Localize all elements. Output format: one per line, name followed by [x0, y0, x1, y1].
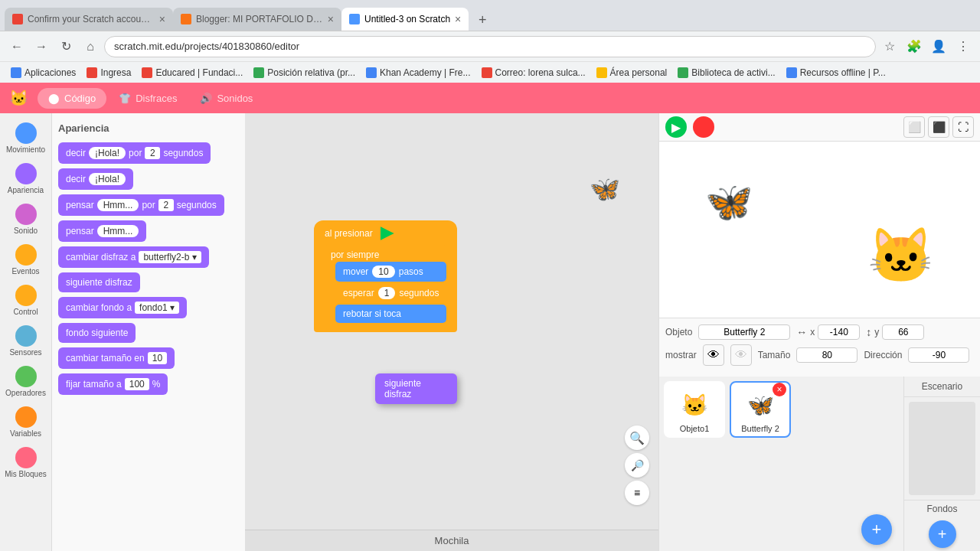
- loop-label: por siempre: [325, 248, 446, 262]
- category-sensores[interactable]: Sensores: [2, 322, 51, 360]
- block-say-seconds[interactable]: decir ¡Hola! por 2 segundos: [58, 142, 211, 164]
- sprite-delete-butterfly2[interactable]: ×: [773, 383, 786, 396]
- block-esperar-arg[interactable]: 1: [378, 287, 396, 299]
- dragging-block-siguiente-disfraz[interactable]: siguiente disfraz: [375, 373, 457, 404]
- sprite-name-input[interactable]: [698, 324, 790, 340]
- tab-2[interactable]: Blogger: MI PORTAFOLIO DIGITA... ×: [173, 8, 341, 31]
- block-backdrop-arg1[interactable]: fondo1 ▾: [135, 302, 179, 314]
- block-think-seconds-arg1[interactable]: Hmm...: [97, 199, 139, 211]
- profile-button[interactable]: 👤: [928, 36, 949, 57]
- block-mover-arg[interactable]: 10: [372, 266, 394, 278]
- tab-sonidos[interactable]: 🔊 Sonidos: [189, 88, 263, 109]
- tab-1[interactable]: Confirm your Scratch account -... ×: [5, 8, 173, 31]
- show-button[interactable]: 👁: [703, 344, 724, 366]
- add-backdrop-button[interactable]: +: [929, 520, 956, 548]
- block-think-arg1[interactable]: Hmm...: [97, 225, 139, 237]
- menu-button[interactable]: ⋮: [952, 36, 974, 57]
- fit-button[interactable]: ≡: [625, 481, 649, 505]
- tab-codigo[interactable]: ⬤ Código: [38, 88, 106, 109]
- block-say-seconds-text: decir: [66, 148, 86, 158]
- green-flag-button[interactable]: ▶: [665, 116, 687, 138]
- tab-1-close[interactable]: ×: [159, 13, 165, 25]
- block-say[interactable]: decir ¡Hola!: [58, 168, 133, 190]
- block-change-size[interactable]: cambiar tamaño en 10: [58, 347, 175, 369]
- hat-block[interactable]: al presionar por siempre mover: [314, 220, 457, 332]
- mochila-bar[interactable]: Mochila: [245, 530, 658, 551]
- block-mover[interactable]: mover 10 pasos: [335, 262, 446, 282]
- stop-button[interactable]: [693, 116, 714, 138]
- new-tab-button[interactable]: +: [472, 9, 493, 31]
- bookmark-area[interactable]: Área personal: [592, 66, 672, 80]
- bookmarks-star-button[interactable]: ☆: [879, 36, 900, 57]
- block-think-seconds-arg2[interactable]: 2: [158, 199, 174, 211]
- hide-button[interactable]: 👁: [730, 344, 752, 366]
- block-say-seconds-suffix: segundos: [163, 148, 203, 158]
- block-think-seconds[interactable]: pensar Hmm... por 2 segundos: [58, 194, 224, 216]
- tab-disfraces[interactable]: 👕 Disfraces: [108, 88, 188, 109]
- bookmark-educared[interactable]: Educared | Fundaci...: [137, 66, 247, 80]
- bookmark-area-label: Área personal: [610, 67, 668, 78]
- bookmark-ingresa[interactable]: Ingresa: [82, 66, 136, 80]
- bookmark-correo[interactable]: Correo: lorena sulca...: [477, 66, 590, 80]
- bookmark-posicion[interactable]: Posición relativa (pr...: [249, 66, 360, 80]
- reload-button[interactable]: ↻: [55, 36, 77, 57]
- category-control[interactable]: Control: [2, 282, 51, 319]
- block-say-arg1[interactable]: ¡Hola!: [89, 173, 126, 185]
- coord-x: ↔ x: [796, 324, 860, 340]
- normal-stage-button[interactable]: ⬛: [928, 116, 949, 138]
- bookmark-recursos[interactable]: Recursos offline | P...: [782, 66, 890, 80]
- sprites-section: 🐱 Objeto1 🦋 × Butterfly 2: [659, 377, 980, 551]
- address-bar[interactable]: scratch.mit.edu/projects/401830860/edito…: [104, 36, 876, 57]
- block-think[interactable]: pensar Hmm...: [58, 220, 146, 242]
- block-rebotar[interactable]: rebotar si toca: [335, 305, 446, 323]
- stage-butterfly-sprite: 🦋: [705, 180, 753, 224]
- block-backdrop[interactable]: cambiar fondo a fondo1 ▾: [58, 297, 187, 318]
- x-input[interactable]: [818, 324, 860, 340]
- block-think-text: pensar: [66, 226, 94, 236]
- block-costume[interactable]: cambiar disfraz a butterfly2-b ▾: [58, 246, 209, 268]
- category-eventos[interactable]: Eventos: [2, 241, 51, 279]
- category-operadores[interactable]: Operadores: [2, 363, 51, 400]
- home-button[interactable]: ⌂: [80, 36, 101, 57]
- extensions-button[interactable]: 🧩: [903, 36, 925, 57]
- zoom-out-button[interactable]: 🔎: [625, 453, 649, 478]
- props-row-visibility: mostrar 👁 👁 Tamaño Dirección: [665, 344, 974, 366]
- sprite-item-objeto1[interactable]: 🐱 Objeto1: [664, 381, 725, 438]
- category-movimiento[interactable]: Movimiento: [2, 119, 51, 157]
- tab-3-close[interactable]: ×: [455, 13, 461, 25]
- forward-button[interactable]: →: [31, 36, 52, 57]
- block-say-seconds-arg2[interactable]: 2: [145, 147, 160, 159]
- bookmark-biblioteca[interactable]: Biblioteca de activi...: [673, 66, 779, 80]
- add-sprite-button[interactable]: +: [861, 514, 892, 545]
- zoom-in-button[interactable]: 🔍: [625, 425, 649, 450]
- y-input[interactable]: [882, 324, 924, 340]
- sprite-item-butterfly2[interactable]: 🦋 × Butterfly 2: [730, 381, 791, 438]
- small-stage-button[interactable]: ⬜: [903, 116, 925, 138]
- escenario-thumb[interactable]: [909, 402, 975, 495]
- block-next-costume[interactable]: siguiente disfraz: [58, 272, 140, 292]
- block-say-seconds-arg1[interactable]: ¡Hola!: [89, 147, 126, 159]
- loop-block[interactable]: por siempre mover 10 pasos: [325, 245, 446, 329]
- block-set-size-arg1[interactable]: 100: [125, 378, 149, 390]
- eventos-label: Eventos: [11, 267, 39, 276]
- mostrar-label: mostrar: [665, 350, 697, 360]
- category-variables[interactable]: Variables: [2, 403, 51, 441]
- tab-3[interactable]: Untitled-3 on Scratch ×: [341, 8, 469, 31]
- category-misbloques[interactable]: Mis Bloques: [2, 444, 51, 481]
- tab-2-close[interactable]: ×: [328, 13, 334, 25]
- props-row-sprite: Objeto ↔ x ↕ y: [665, 324, 974, 340]
- block-esperar[interactable]: esperar 1 segundos: [335, 283, 446, 303]
- direction-input[interactable]: [908, 347, 969, 363]
- block-say-text: decir: [66, 174, 86, 184]
- category-sonido[interactable]: Sonido: [2, 201, 51, 238]
- fullscreen-button[interactable]: ⛶: [952, 116, 974, 138]
- block-costume-arg1[interactable]: butterfly2-b ▾: [139, 251, 201, 263]
- back-button[interactable]: ←: [6, 36, 28, 57]
- bookmark-apps[interactable]: Aplicaciones: [6, 66, 80, 80]
- block-next-backdrop[interactable]: fondo siguiente: [58, 323, 136, 343]
- size-input[interactable]: [796, 347, 858, 363]
- category-apariencia[interactable]: Apariencia: [2, 160, 51, 197]
- block-change-size-arg1[interactable]: 10: [148, 352, 167, 364]
- bookmark-khan[interactable]: Khan Academy | Fre...: [361, 66, 475, 80]
- block-set-size[interactable]: fijar tamaño a 100 %: [58, 373, 168, 395]
